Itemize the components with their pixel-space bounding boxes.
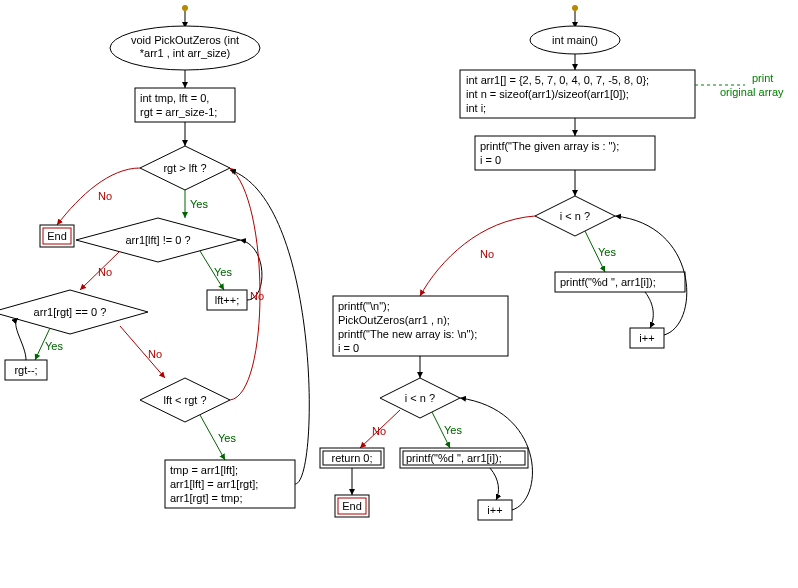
text-m-q2: i < n ? xyxy=(405,392,435,404)
node-m-end: End xyxy=(335,495,369,517)
text-p-end: End xyxy=(47,230,67,242)
text-m-init-l1: int arr1[] = {2, 5, 7, 0, 4, 0, 7, -5, 8… xyxy=(466,74,649,86)
text-comment-2: original array xyxy=(720,86,784,98)
label-no-p-q1: No xyxy=(98,190,112,202)
text-m-inc1: i++ xyxy=(639,332,654,344)
text-p-swap-l2: arr1[lft] = arr1[rgt]; xyxy=(170,478,258,490)
text-m-call-l3: printf("The new array is: \n"); xyxy=(338,328,477,340)
entry-marker-left xyxy=(182,5,188,11)
label-no-p-q2: No xyxy=(98,266,112,278)
text-p-swap-l3: arr1[rgt] = tmp; xyxy=(170,492,242,504)
text-p-sig-l2: *arr1 , int arr_size) xyxy=(140,47,230,59)
text-p-lftpp: lft++; xyxy=(215,294,239,306)
label-yes-p-q4: Yes xyxy=(218,432,236,444)
label-yes-p-q1: Yes xyxy=(190,198,208,210)
text-m-call-l4: i = 0 xyxy=(338,342,359,354)
edge-m-q1-no xyxy=(420,216,535,296)
label-yes-m-q2: Yes xyxy=(444,424,462,436)
label-no-p-q3: No xyxy=(148,348,162,360)
text-p-q1: rgt > lft ? xyxy=(163,162,206,174)
text-m-p1-l1: printf("The given array is : "); xyxy=(480,140,619,152)
label-no-m-q1: No xyxy=(480,248,494,260)
edge-p-swap-back xyxy=(230,170,309,484)
text-m-p1-l2: i = 0 xyxy=(480,154,501,166)
node-p-end: End xyxy=(40,225,74,247)
text-m-inc2: i++ xyxy=(487,504,502,516)
text-comment-1: print xyxy=(752,72,773,84)
edge-p-q4-no xyxy=(230,168,260,400)
text-m-call-l2: PickOutZeros(arr1 , n); xyxy=(338,314,450,326)
text-p-sig-l1: void PickOutZeros (int xyxy=(131,34,239,46)
text-p-q2: arr1[lft] != 0 ? xyxy=(125,234,190,246)
text-m-pr2: printf("%d ", arr1[i]); xyxy=(406,452,502,464)
text-p-init-l2: rgt = arr_size-1; xyxy=(140,106,217,118)
label-yes-m-q1: Yes xyxy=(598,246,616,258)
text-p-init-l1: int tmp, lft = 0, xyxy=(140,92,209,104)
text-p-q3: arr1[rgt] == 0 ? xyxy=(34,306,107,318)
label-no-p-q4: No xyxy=(250,290,264,302)
text-m-q1: i < n ? xyxy=(560,210,590,222)
text-m-pr1: printf("%d ", arr1[i]); xyxy=(560,276,656,288)
text-p-rgtmm: rgt--; xyxy=(14,364,37,376)
text-m-ret: return 0; xyxy=(332,452,373,464)
text-m-sig: int main() xyxy=(552,34,598,46)
text-p-swap-l1: tmp = arr1[lft]; xyxy=(170,464,238,476)
label-yes-p-q2: Yes xyxy=(214,266,232,278)
label-no-m-q2: No xyxy=(372,425,386,437)
entry-marker-right xyxy=(572,5,578,11)
text-m-end: End xyxy=(342,500,362,512)
text-p-q4: lft < rgt ? xyxy=(163,394,206,406)
text-m-call-l1: printf("\n"); xyxy=(338,300,390,312)
text-m-init-l3: int i; xyxy=(466,102,486,114)
label-yes-p-q3: Yes xyxy=(45,340,63,352)
flowchart-canvas: void PickOutZeros (int *arr1 , int arr_s… xyxy=(0,0,798,588)
text-m-init-l2: int n = sizeof(arr1)/sizeof(arr1[0]); xyxy=(466,88,629,100)
